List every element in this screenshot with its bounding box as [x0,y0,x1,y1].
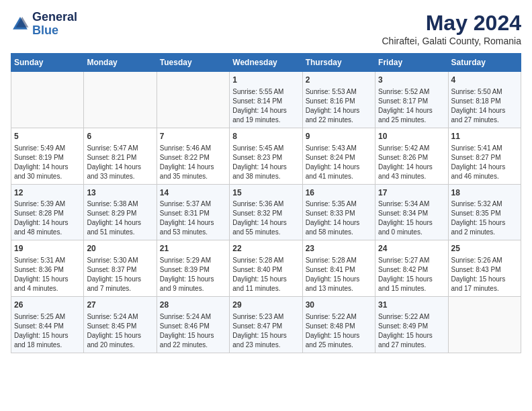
calendar-cell: 29Sunrise: 5:23 AM Sunset: 8:47 PM Dayli… [230,297,302,353]
logo-general: General [32,10,77,24]
calendar-cell [11,72,84,128]
day-info: Sunrise: 5:41 AM Sunset: 8:27 PM Dayligh… [451,144,518,181]
logo: General Blue [11,11,77,38]
day-number: 29 [232,300,299,311]
day-number: 3 [378,75,445,86]
day-number: 28 [160,300,226,311]
day-info: Sunrise: 5:55 AM Sunset: 8:14 PM Dayligh… [232,87,299,125]
day-number: 21 [160,243,226,255]
page-header: General Blue May 2024 Chiraftei, Galati … [11,11,521,46]
calendar-cell: 21Sunrise: 5:29 AM Sunset: 8:39 PM Dayli… [157,240,229,297]
day-info: Sunrise: 5:38 AM Sunset: 8:29 PM Dayligh… [87,199,153,237]
logo-blue: Blue [32,24,58,37]
calendar-cell: 12Sunrise: 5:39 AM Sunset: 8:28 PM Dayli… [11,184,84,240]
calendar-cell: 9Sunrise: 5:43 AM Sunset: 8:24 PM Daylig… [302,128,375,184]
calendar-cell: 14Sunrise: 5:37 AM Sunset: 8:31 PM Dayli… [157,184,229,240]
day-info: Sunrise: 5:36 AM Sunset: 8:32 PM Dayligh… [232,199,299,237]
day-of-week-header: Friday [375,54,448,72]
day-info: Sunrise: 5:47 AM Sunset: 8:21 PM Dayligh… [87,144,153,181]
calendar-cell [84,72,157,128]
calendar-cell: 5Sunrise: 5:49 AM Sunset: 8:19 PM Daylig… [11,128,84,184]
day-number: 14 [160,187,226,199]
day-info: Sunrise: 5:49 AM Sunset: 8:19 PM Dayligh… [14,144,81,181]
day-info: Sunrise: 5:35 AM Sunset: 8:33 PM Dayligh… [306,199,372,237]
day-info: Sunrise: 5:28 AM Sunset: 8:40 PM Dayligh… [232,256,299,293]
day-number: 24 [378,243,445,255]
calendar-cell: 27Sunrise: 5:24 AM Sunset: 8:45 PM Dayli… [84,297,157,353]
day-of-week-header: Saturday [448,54,521,72]
day-number: 5 [14,131,81,142]
day-number: 17 [378,187,445,199]
day-info: Sunrise: 5:28 AM Sunset: 8:41 PM Dayligh… [306,256,372,293]
day-number: 19 [14,243,81,255]
calendar-cell: 18Sunrise: 5:32 AM Sunset: 8:35 PM Dayli… [448,184,521,240]
day-info: Sunrise: 5:39 AM Sunset: 8:28 PM Dayligh… [14,199,81,237]
day-info: Sunrise: 5:26 AM Sunset: 8:43 PM Dayligh… [451,256,518,293]
calendar-cell: 31Sunrise: 5:22 AM Sunset: 8:49 PM Dayli… [375,297,448,353]
day-number: 9 [306,131,372,142]
calendar-cell: 22Sunrise: 5:28 AM Sunset: 8:40 PM Dayli… [230,240,302,297]
calendar-week-row: 5Sunrise: 5:49 AM Sunset: 8:19 PM Daylig… [11,128,521,184]
day-info: Sunrise: 5:22 AM Sunset: 8:49 PM Dayligh… [378,312,445,350]
day-info: Sunrise: 5:29 AM Sunset: 8:39 PM Dayligh… [160,256,226,293]
day-info: Sunrise: 5:32 AM Sunset: 8:35 PM Dayligh… [451,199,518,237]
day-info: Sunrise: 5:45 AM Sunset: 8:23 PM Dayligh… [232,144,299,181]
header-row: SundayMondayTuesdayWednesdayThursdayFrid… [11,54,521,72]
calendar-cell: 15Sunrise: 5:36 AM Sunset: 8:32 PM Dayli… [230,184,302,240]
calendar-cell: 4Sunrise: 5:50 AM Sunset: 8:18 PM Daylig… [448,72,521,128]
day-of-week-header: Thursday [302,54,375,72]
day-number: 20 [87,243,153,255]
day-number: 2 [306,75,372,86]
day-of-week-header: Wednesday [230,54,302,72]
logo-icon [11,15,30,34]
calendar-cell: 20Sunrise: 5:30 AM Sunset: 8:37 PM Dayli… [84,240,157,297]
day-of-week-header: Sunday [11,54,84,72]
calendar-body: 1Sunrise: 5:55 AM Sunset: 8:14 PM Daylig… [11,72,521,353]
calendar-cell: 11Sunrise: 5:41 AM Sunset: 8:27 PM Dayli… [448,128,521,184]
calendar-cell: 28Sunrise: 5:24 AM Sunset: 8:46 PM Dayli… [157,297,229,353]
calendar-cell: 24Sunrise: 5:27 AM Sunset: 8:42 PM Dayli… [375,240,448,297]
day-number: 11 [451,131,518,142]
day-number: 18 [451,187,518,199]
day-info: Sunrise: 5:46 AM Sunset: 8:22 PM Dayligh… [160,144,226,181]
calendar-cell: 19Sunrise: 5:31 AM Sunset: 8:36 PM Dayli… [11,240,84,297]
day-info: Sunrise: 5:24 AM Sunset: 8:46 PM Dayligh… [160,312,226,350]
logo-text: General Blue [32,11,77,38]
calendar-cell: 8Sunrise: 5:45 AM Sunset: 8:23 PM Daylig… [230,128,302,184]
day-info: Sunrise: 5:50 AM Sunset: 8:18 PM Dayligh… [451,87,518,125]
day-info: Sunrise: 5:23 AM Sunset: 8:47 PM Dayligh… [232,312,299,350]
day-number: 1 [232,75,299,86]
calendar-cell: 7Sunrise: 5:46 AM Sunset: 8:22 PM Daylig… [157,128,229,184]
day-number: 26 [14,300,81,311]
calendar-cell: 17Sunrise: 5:34 AM Sunset: 8:34 PM Dayli… [375,184,448,240]
calendar-cell: 26Sunrise: 5:25 AM Sunset: 8:44 PM Dayli… [11,297,84,353]
day-info: Sunrise: 5:43 AM Sunset: 8:24 PM Dayligh… [306,144,372,181]
day-info: Sunrise: 5:34 AM Sunset: 8:34 PM Dayligh… [378,199,445,237]
title-block: May 2024 Chiraftei, Galati County, Roman… [382,11,522,46]
calendar-table: SundayMondayTuesdayWednesdayThursdayFrid… [11,53,521,353]
day-info: Sunrise: 5:42 AM Sunset: 8:26 PM Dayligh… [378,144,445,181]
day-info: Sunrise: 5:30 AM Sunset: 8:37 PM Dayligh… [87,256,153,293]
day-info: Sunrise: 5:22 AM Sunset: 8:48 PM Dayligh… [306,312,372,350]
day-info: Sunrise: 5:37 AM Sunset: 8:31 PM Dayligh… [160,199,226,237]
day-info: Sunrise: 5:24 AM Sunset: 8:45 PM Dayligh… [87,312,153,350]
day-info: Sunrise: 5:31 AM Sunset: 8:36 PM Dayligh… [14,256,81,293]
day-number: 16 [306,187,372,199]
day-info: Sunrise: 5:53 AM Sunset: 8:16 PM Dayligh… [306,87,372,125]
day-number: 12 [14,187,81,199]
calendar-cell: 6Sunrise: 5:47 AM Sunset: 8:21 PM Daylig… [84,128,157,184]
calendar-cell: 25Sunrise: 5:26 AM Sunset: 8:43 PM Dayli… [448,240,521,297]
calendar-week-row: 26Sunrise: 5:25 AM Sunset: 8:44 PM Dayli… [11,297,521,353]
calendar-week-row: 19Sunrise: 5:31 AM Sunset: 8:36 PM Dayli… [11,240,521,297]
calendar-cell: 23Sunrise: 5:28 AM Sunset: 8:41 PM Dayli… [302,240,375,297]
day-number: 7 [160,131,226,142]
day-info: Sunrise: 5:25 AM Sunset: 8:44 PM Dayligh… [14,312,81,350]
calendar-cell: 2Sunrise: 5:53 AM Sunset: 8:16 PM Daylig… [302,72,375,128]
calendar-week-row: 1Sunrise: 5:55 AM Sunset: 8:14 PM Daylig… [11,72,521,128]
calendar-cell: 1Sunrise: 5:55 AM Sunset: 8:14 PM Daylig… [230,72,302,128]
day-info: Sunrise: 5:52 AM Sunset: 8:17 PM Dayligh… [378,87,445,125]
day-number: 4 [451,75,518,86]
day-number: 31 [378,300,445,311]
calendar-cell: 3Sunrise: 5:52 AM Sunset: 8:17 PM Daylig… [375,72,448,128]
calendar-week-row: 12Sunrise: 5:39 AM Sunset: 8:28 PM Dayli… [11,184,521,240]
